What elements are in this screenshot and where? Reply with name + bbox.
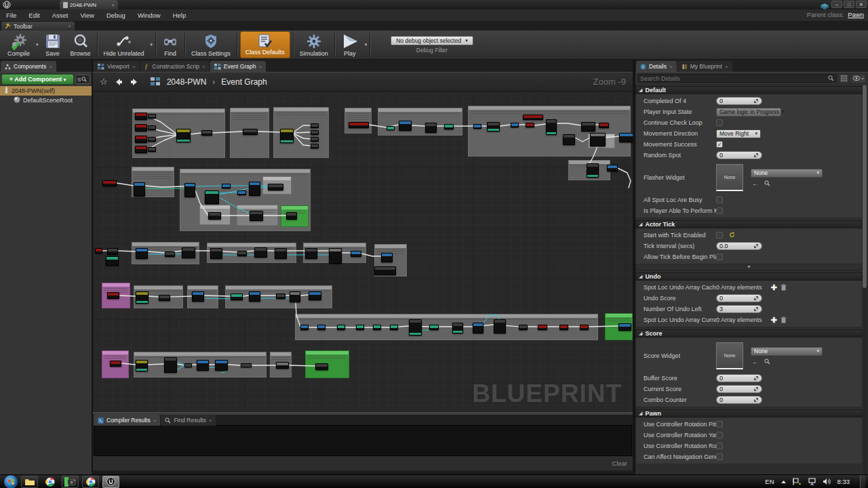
graph-node[interactable] [135, 146, 147, 153]
graph-node[interactable] [409, 319, 422, 336]
use-selected-icon[interactable]: ← [752, 180, 759, 187]
checkbox[interactable] [716, 119, 723, 126]
tab-construction-scrip[interactable]: fConstruction Scrip× [140, 61, 210, 72]
back-arrow-icon[interactable] [114, 78, 123, 86]
graph-node[interactable] [210, 248, 222, 259]
collapse-triangle-icon[interactable]: ◢ [639, 222, 642, 227]
document-tab[interactable]: 2048-PWN × [60, 0, 118, 9]
graph-node[interactable] [452, 323, 463, 333]
graph-node[interactable] [590, 133, 606, 146]
graph-node[interactable] [110, 361, 121, 367]
number-input[interactable]: 0.0 [716, 242, 762, 250]
close-tab-icon[interactable]: × [132, 64, 136, 70]
details-search-input[interactable] [640, 75, 828, 82]
toolbar-button-class-settings[interactable]: Class Settings [186, 30, 235, 59]
close-tab-icon[interactable]: × [49, 64, 52, 70]
breadcrumb-current[interactable]: Event Graph [221, 77, 267, 87]
tab-my-blueprint[interactable]: My Blueprint× [677, 61, 732, 72]
section-header[interactable]: ◢Actor Tick [635, 220, 863, 228]
graph-node[interactable] [254, 247, 267, 258]
graph-node[interactable] [95, 248, 102, 253]
taskbar-app-explorer[interactable] [21, 476, 38, 488]
graph-node[interactable] [102, 180, 117, 186]
graph-node[interactable] [237, 251, 247, 256]
menu-item-asset[interactable]: Asset [46, 9, 75, 22]
graph-node[interactable] [231, 293, 243, 300]
close-tab-icon[interactable]: × [111, 2, 115, 8]
number-input[interactable]: 0 [716, 294, 762, 302]
spinner-icon[interactable] [753, 152, 759, 158]
graph-node[interactable] [201, 130, 212, 136]
graph-node[interactable] [311, 137, 319, 142]
collapse-triangle-icon[interactable]: ◢ [639, 331, 642, 336]
graph-node[interactable] [580, 325, 589, 330]
graph-node[interactable] [305, 248, 317, 259]
section-header[interactable]: ◢Undo [635, 272, 863, 281]
graph-node[interactable] [134, 182, 145, 197]
chevron-down-icon[interactable]: ▾ [363, 30, 369, 59]
checkbox-checked[interactable]: ✓ [716, 141, 723, 148]
toolbar-button-class-defaults[interactable]: Class Defaults [240, 31, 290, 58]
spinner-icon[interactable] [753, 98, 759, 104]
checkbox[interactable] [716, 197, 723, 203]
asset-thumbnail[interactable]: None [716, 342, 743, 369]
graph-node[interactable] [511, 123, 519, 127]
graph-node[interactable] [387, 126, 395, 130]
graph-node[interactable] [148, 114, 156, 119]
graph-node[interactable] [268, 184, 283, 190]
network-icon[interactable] [808, 478, 816, 485]
number-input[interactable]: 0 [716, 151, 762, 159]
toolbar-button-compile[interactable]: Compile [3, 30, 35, 59]
graph-node[interactable] [526, 123, 534, 127]
menu-item-window[interactable]: Window [132, 9, 167, 22]
checkbox[interactable] [716, 432, 723, 439]
taskbar-app-recorder[interactable] [62, 476, 79, 488]
checkbox[interactable] [716, 421, 723, 428]
maximize-button[interactable]: □ [844, 1, 854, 8]
number-input[interactable]: 0 [716, 97, 762, 105]
toolbar-button-play[interactable]: Play [336, 30, 363, 59]
toolbar-tab[interactable]: Toolbar × [1, 22, 75, 30]
action-center-icon[interactable]: ! [793, 478, 802, 485]
graph-node[interactable] [546, 119, 557, 135]
graph-node[interactable] [135, 136, 147, 143]
graph-node[interactable] [148, 147, 156, 152]
show-desktop-button[interactable] [860, 475, 865, 488]
forward-arrow-icon[interactable] [130, 78, 139, 86]
chevron-down-icon[interactable]: ▾ [149, 30, 155, 59]
graph-node[interactable] [184, 363, 192, 367]
number-input[interactable]: 0 [716, 396, 762, 404]
graph-node[interactable] [311, 130, 319, 135]
graph-node[interactable] [106, 256, 119, 266]
close-tab-icon[interactable]: × [153, 418, 157, 424]
spinner-icon[interactable] [753, 375, 759, 381]
favorite-star-icon[interactable]: ☆ [100, 77, 108, 87]
graph-node[interactable] [249, 291, 260, 302]
graph-node[interactable] [300, 325, 309, 330]
minimize-button[interactable]: – [831, 1, 842, 8]
number-input[interactable]: 0 [716, 385, 762, 393]
checkbox[interactable] [716, 232, 723, 239]
graph-node[interactable] [329, 248, 342, 264]
browse-asset-icon[interactable] [764, 359, 770, 365]
language-indicator[interactable]: EN [765, 478, 774, 485]
graph-node[interactable] [311, 123, 319, 128]
menu-item-edit[interactable]: Edit [22, 9, 45, 22]
graph-node[interactable] [519, 325, 528, 330]
tray-expand-icon[interactable] [781, 480, 787, 484]
graph-node[interactable] [599, 123, 609, 128]
checkbox[interactable] [716, 443, 723, 449]
checkbox[interactable] [716, 453, 723, 460]
asset-dropdown[interactable]: None▾ [751, 169, 823, 178]
graph-node[interactable] [494, 319, 506, 333]
graph-node[interactable] [148, 137, 156, 142]
graph-node[interactable] [215, 360, 228, 371]
graph-node[interactable] [135, 124, 147, 131]
view-options-button[interactable]: ▾ [851, 74, 866, 83]
close-tab-icon[interactable]: × [202, 64, 205, 70]
toolbar-button-hide-unrelated[interactable]: Hide Unrelated [99, 30, 149, 59]
tab-find-results[interactable]: Find Results× [161, 415, 216, 426]
graph-node[interactable] [487, 122, 500, 131]
graph-node[interactable] [136, 248, 148, 259]
details-scrollbar[interactable] [863, 84, 867, 488]
